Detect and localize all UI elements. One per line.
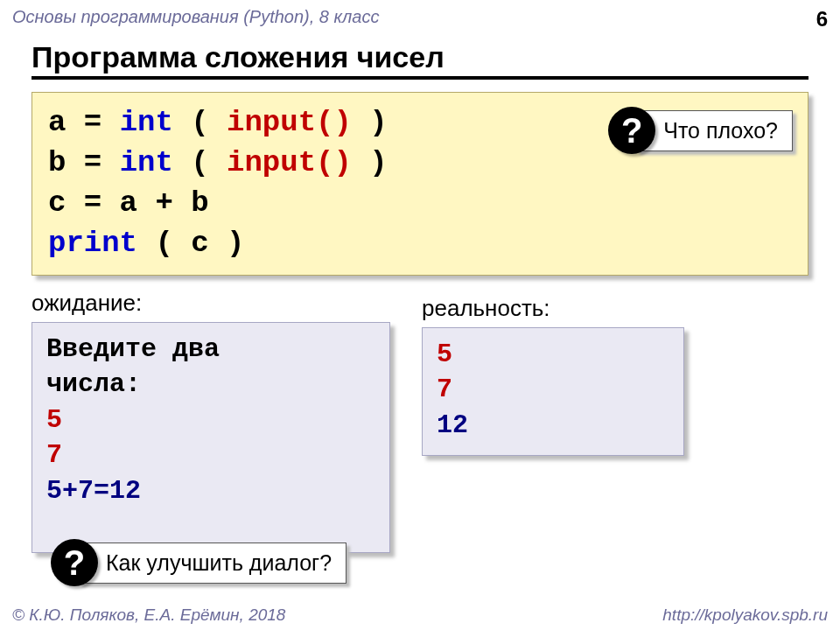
user-input-2: 7 <box>437 372 669 408</box>
callout-bottom: ? Как улучшить диалог? <box>51 539 346 586</box>
expectation-console: Введите два числа: 5 7 5+7=12 <box>32 322 390 554</box>
callout-top-text: Что плохо? <box>636 110 793 151</box>
result-line: 5+7=12 <box>46 473 375 509</box>
paren-open: ( <box>191 106 208 139</box>
slide-header: Основы программирования (Python), 8 клас… <box>0 0 840 32</box>
callout-top: ? Что плохо? <box>608 107 793 154</box>
code-line-4: print ( c ) <box>48 224 792 264</box>
course-name: Основы программирования (Python), 8 клас… <box>12 7 379 32</box>
var-b: b <box>48 146 66 179</box>
prompt-line-1: Введите два <box>46 332 375 368</box>
slide-footer: © К.Ю. Поляков, Е.А. Ерёмин, 2018 http:/… <box>0 606 840 625</box>
callout-bottom-text: Как улучшить диалог? <box>79 542 346 584</box>
int-keyword: int <box>120 106 173 139</box>
page-number: 6 <box>816 7 828 32</box>
output-line: 12 <box>437 408 669 444</box>
paren-close: ) <box>369 106 387 139</box>
user-input-2: 7 <box>46 438 375 473</box>
slide-title: Программа сложения чисел <box>0 32 840 76</box>
user-input-1: 5 <box>437 337 669 373</box>
copyright: © К.Ю. Поляков, Е.А. Ерёмин, 2018 <box>12 606 285 625</box>
eq-sign: = <box>84 146 102 179</box>
footer-url: http://kpolyakov.spb.ru <box>662 606 828 625</box>
expectation-column: ожидание: Введите два числа: 5 7 5+7=12 <box>32 284 390 554</box>
print-keyword: print <box>48 227 137 260</box>
user-input-1: 5 <box>46 402 375 438</box>
int-keyword: int <box>120 146 173 179</box>
title-underline <box>32 76 808 80</box>
reality-label: реальность: <box>422 295 684 322</box>
paren-open: ( <box>191 146 208 179</box>
reality-console: 5 7 12 <box>422 327 684 457</box>
paren-close: ) <box>369 146 387 179</box>
print-args: ( c ) <box>155 227 244 260</box>
columns: ожидание: Введите два числа: 5 7 5+7=12 … <box>0 284 840 554</box>
code-line-3: c = a + b <box>48 184 792 224</box>
question-mark-icon: ? <box>608 107 655 154</box>
expectation-label: ожидание: <box>32 290 390 317</box>
input-call: input() <box>227 146 352 179</box>
eq-sign: = <box>84 106 102 139</box>
question-mark-icon: ? <box>51 539 98 586</box>
prompt-line-2: числа: <box>46 367 375 402</box>
reality-column: реальность: 5 7 12 <box>422 284 684 554</box>
input-call: input() <box>227 106 352 139</box>
var-a: a <box>48 106 66 139</box>
